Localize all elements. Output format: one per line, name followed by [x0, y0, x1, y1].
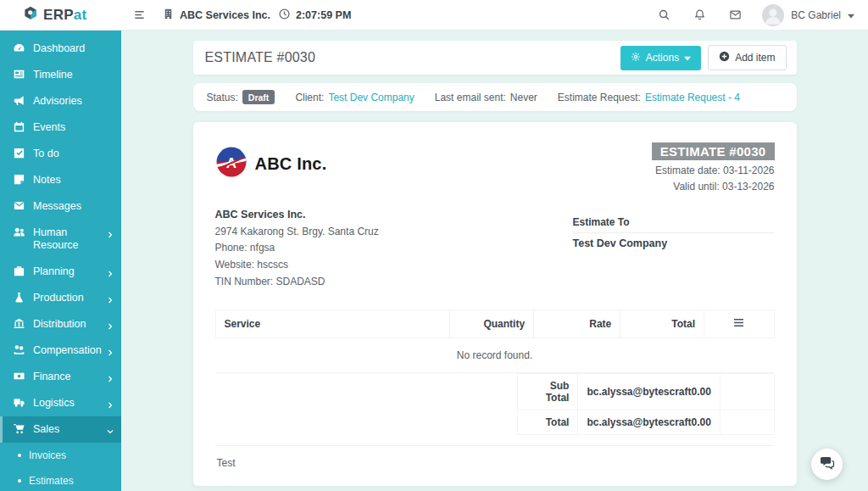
add-item-button-label: Add item — [735, 52, 775, 64]
sidebar-item-label: Events — [33, 121, 65, 134]
last-email-value: Never — [510, 92, 537, 103]
timeline-icon — [13, 68, 25, 81]
plus-circle-icon — [719, 51, 730, 64]
subtotal-row: Sub Total bc.alyssa@bytescraft0.00 — [215, 373, 775, 410]
estimate-to-label: Estimate To — [573, 216, 775, 233]
sidebar-item-notes[interactable]: Notes — [0, 167, 121, 193]
sidebar-item-logistics[interactable]: Logistics — [0, 390, 121, 416]
sidebar-subitem-label: Estimates — [29, 475, 74, 487]
last-email-label: Last email sent: — [435, 92, 506, 103]
totals-table: Sub Total bc.alyssa@bytescraft0.00 Total… — [215, 373, 775, 435]
menu-icon — [733, 318, 744, 330]
company-logo-text: ABC Inc. — [255, 154, 327, 174]
main-content: ESTIMATE #0030 Actions Add item — [121, 31, 868, 491]
messages-mail-icon[interactable] — [729, 8, 742, 21]
active-company[interactable]: ABC Services Inc. — [162, 8, 270, 23]
calendar-icon — [13, 120, 25, 133]
money-bill-icon — [13, 370, 25, 382]
company-website: Website: hscscs — [215, 257, 379, 274]
add-item-button[interactable]: Add item — [708, 45, 786, 70]
empty-state-row: No record found. — [215, 338, 774, 372]
current-time: 2:07:59 PM — [296, 9, 351, 21]
page-title: ESTIMATE #0030 — [205, 50, 316, 65]
sidebar-subitem-estimates[interactable]: Estimates — [0, 468, 121, 491]
chevron-right-icon — [108, 347, 114, 360]
sidebar-item-label: Messages — [33, 200, 81, 213]
search-icon[interactable] — [658, 8, 670, 21]
page-header: ESTIMATE #0030 Actions Add item — [193, 41, 797, 75]
sidebar-subitem-label: Invoices — [29, 449, 66, 461]
empty-state-text: No record found. — [215, 338, 774, 372]
column-header-menu — [704, 310, 774, 338]
company-phone: Phone: nfgsa — [215, 240, 379, 257]
chevron-down-icon — [107, 426, 114, 438]
sidebar-item-distribution[interactable]: Distribution — [0, 311, 121, 338]
gears-icon — [631, 52, 641, 64]
sidebar-item-sales[interactable]: Sales — [0, 416, 121, 443]
sidebar-item-dashboard[interactable]: Dashboard — [0, 36, 121, 62]
abc-logo-icon: A — [215, 146, 248, 181]
sidebar-item-label: Sales — [33, 423, 59, 436]
chat-fab-button[interactable] — [811, 449, 843, 480]
brand-text: ERPat — [43, 7, 87, 24]
sidebar-item-label: Human Resource — [33, 226, 103, 252]
sidebar-item-label: Compensation — [33, 344, 102, 357]
subtotal-label: Sub Total — [518, 373, 578, 410]
sidebar-item-compensation[interactable]: Compensation — [0, 338, 121, 364]
chevron-right-icon — [108, 268, 114, 281]
sidebar-item-messages[interactable]: Messages — [0, 193, 121, 220]
sidebar-toggle-icon[interactable] — [133, 8, 146, 21]
line-items-table: Service Quantity Rate Total No record fo… — [215, 310, 775, 373]
company-address: 2974 Kakarong St. Brgy. Santa Cruz — [215, 224, 379, 241]
estimate-request-label: Estimate Request: — [558, 92, 641, 103]
note-icon — [13, 173, 25, 186]
envelope-icon — [13, 199, 25, 212]
clock-display: 2:07:59 PM — [278, 8, 351, 23]
status-label: Status: — [207, 92, 238, 103]
sidebar-item-finance[interactable]: Finance — [0, 364, 121, 390]
megaphone-icon — [13, 94, 25, 107]
topbar: ERPat ABC Services Inc. 2:07:59 PM — [0, 0, 868, 31]
bank-icon — [13, 317, 25, 330]
sidebar-item-production[interactable]: Production — [0, 285, 121, 311]
chevron-right-icon — [108, 373, 114, 386]
sidebar-item-todo[interactable]: To do — [0, 141, 121, 167]
app-logo[interactable]: ERPat — [0, 5, 121, 25]
column-header-service: Service — [215, 310, 450, 338]
chat-bubbles-icon — [820, 456, 835, 473]
actions-button-label: Actions — [646, 52, 679, 64]
sidebar-subitem-invoices[interactable]: Invoices — [0, 443, 121, 468]
sidebar-item-human-resource[interactable]: Human Resource — [0, 220, 121, 259]
sidebar-item-label: Dashboard — [33, 42, 85, 55]
column-header-total: Total — [620, 310, 704, 338]
sidebar-item-label: Production — [33, 292, 84, 304]
sidebar-item-planning[interactable]: Planning — [0, 259, 121, 285]
actions-button[interactable]: Actions — [620, 46, 701, 70]
caret-down-icon — [684, 52, 691, 64]
chevron-right-icon — [108, 294, 114, 307]
total-value: bc.alyssa@bytescraft0.00 — [578, 410, 720, 434]
users-icon — [13, 226, 25, 238]
truck-icon — [13, 396, 25, 409]
chevron-down-icon — [848, 9, 854, 21]
company-tin: TIN Number: SDADASD — [215, 274, 379, 291]
chevron-right-icon — [108, 399, 114, 412]
sidebar-item-timeline[interactable]: Timeline — [0, 62, 121, 88]
dashboard-icon — [13, 42, 25, 54]
sidebar-item-label: Notes — [33, 174, 61, 187]
flask-icon — [13, 291, 25, 304]
chevron-right-icon — [108, 229, 114, 242]
company-info: ABC Services Inc. 2974 Kakarong St. Brgy… — [215, 206, 379, 291]
estimate-date: Estimate date: 03-11-2026 — [652, 165, 775, 176]
client-link[interactable]: Test Dev Company — [328, 92, 414, 103]
estimate-request-link[interactable]: Estimate Request - 4 — [645, 92, 740, 103]
bullet-icon — [18, 454, 21, 457]
sidebar-item-events[interactable]: Events — [0, 114, 121, 141]
briefcase-icon — [13, 265, 25, 277]
status-bar: Status: Draft Client: Test Dev Company L… — [193, 83, 797, 111]
company-name: ABC Services Inc. — [215, 206, 379, 224]
notifications-bell-icon[interactable] — [693, 8, 706, 21]
sidebar-item-advisories[interactable]: Advisories — [0, 88, 121, 114]
company-logo: A ABC Inc. — [215, 142, 327, 181]
user-menu[interactable]: BC Gabriel — [762, 4, 854, 26]
